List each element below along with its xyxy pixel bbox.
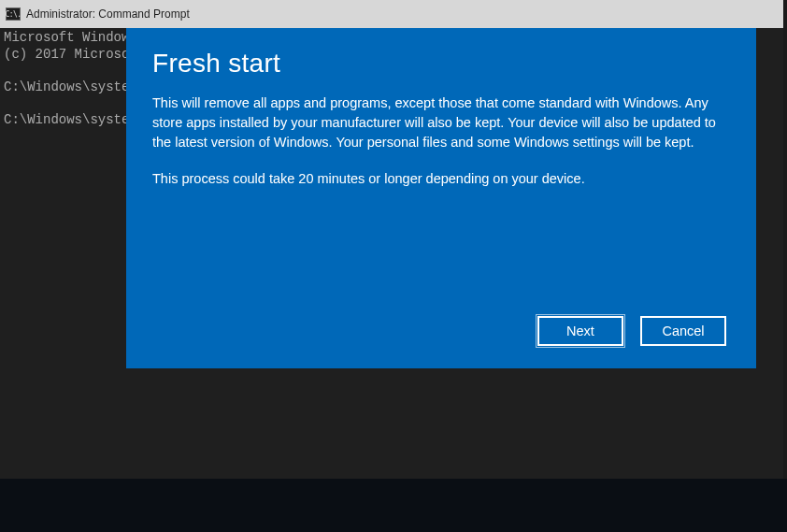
dialog-body: This will remove all apps and programs, …: [152, 93, 730, 206]
terminal-line: C:\Windows\system: [4, 79, 137, 94]
dialog-paragraph: This process could take 20 minutes or lo…: [152, 169, 730, 189]
next-button[interactable]: Next: [537, 316, 623, 346]
cancel-button[interactable]: Cancel: [640, 316, 726, 346]
fresh-start-dialog: Fresh start This will remove all apps an…: [126, 28, 756, 368]
window-title: Administrator: Command Prompt: [26, 7, 190, 21]
cmd-icon: C:\.: [6, 7, 21, 21]
terminal-line: (c) 2017 Microsof: [4, 47, 137, 62]
terminal-line: Microsoft Windows: [4, 30, 137, 45]
terminal-line: C:\Windows\system: [4, 112, 137, 127]
desktop-background: [0, 479, 787, 532]
titlebar[interactable]: C:\. Administrator: Command Prompt: [0, 0, 783, 28]
dialog-title: Fresh start: [152, 49, 730, 79]
dialog-button-row: Next Cancel: [152, 316, 730, 350]
dialog-paragraph: This will remove all apps and programs, …: [152, 93, 730, 152]
